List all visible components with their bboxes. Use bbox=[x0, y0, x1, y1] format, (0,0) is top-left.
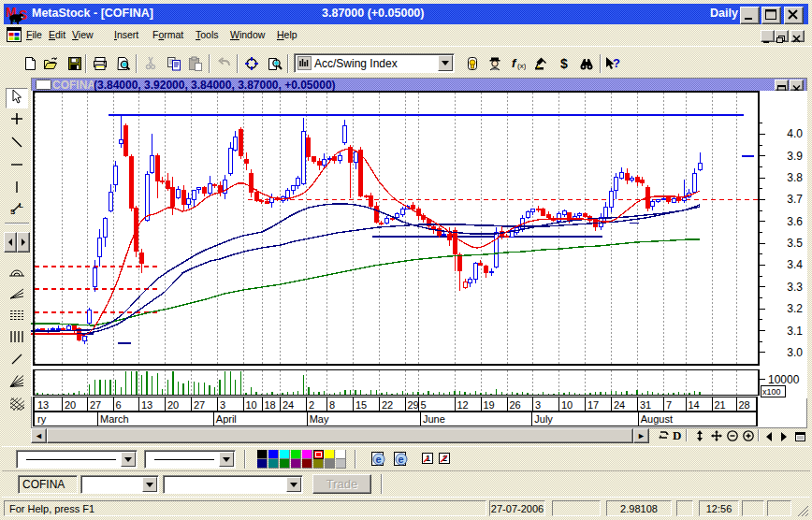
svg-text:(x): (x) bbox=[517, 62, 526, 70]
svg-text:$: $ bbox=[560, 56, 568, 71]
svg-text:3.0: 3.0 bbox=[787, 346, 803, 359]
svg-text:e: e bbox=[376, 454, 382, 465]
svg-text:4.0: 4.0 bbox=[787, 127, 803, 140]
svg-text:3.5: 3.5 bbox=[787, 237, 803, 250]
svg-text:3: 3 bbox=[220, 399, 225, 411]
svg-text:20: 20 bbox=[65, 399, 76, 411]
svg-text:13: 13 bbox=[141, 399, 152, 411]
svg-text:14: 14 bbox=[689, 399, 700, 411]
svg-text:27: 27 bbox=[90, 399, 101, 411]
svg-text:3.1: 3.1 bbox=[787, 325, 803, 338]
svg-text:L: L bbox=[19, 201, 23, 209]
svg-text:x100: x100 bbox=[762, 387, 781, 397]
svg-text:July: July bbox=[534, 413, 553, 425]
svg-text:3.6: 3.6 bbox=[787, 215, 803, 228]
svg-text:3.9: 3.9 bbox=[787, 150, 803, 163]
svg-text:May: May bbox=[310, 413, 329, 425]
svg-text:7: 7 bbox=[666, 399, 672, 411]
svg-text:March: March bbox=[100, 413, 129, 425]
svg-text:10: 10 bbox=[561, 399, 573, 411]
svg-text:24: 24 bbox=[283, 399, 294, 411]
svg-text:e: e bbox=[399, 454, 404, 465]
svg-text:3.8: 3.8 bbox=[787, 171, 803, 184]
svg-text:19: 19 bbox=[484, 399, 495, 411]
svg-text:24: 24 bbox=[614, 399, 625, 411]
svg-text:S: S bbox=[10, 208, 16, 215]
svg-text:3: 3 bbox=[535, 399, 541, 411]
svg-text:3.4: 3.4 bbox=[787, 258, 803, 271]
svg-text:21: 21 bbox=[715, 399, 726, 411]
svg-text:?: ? bbox=[613, 56, 620, 70]
svg-text:27: 27 bbox=[194, 399, 205, 411]
svg-text:6: 6 bbox=[116, 399, 122, 411]
svg-text:ry: ry bbox=[37, 413, 47, 425]
svg-text:13: 13 bbox=[37, 399, 49, 411]
svg-text:17: 17 bbox=[587, 399, 599, 411]
svg-text:28: 28 bbox=[739, 399, 750, 411]
svg-text:31: 31 bbox=[640, 399, 651, 411]
svg-text:3.2: 3.2 bbox=[787, 302, 803, 315]
svg-text:18: 18 bbox=[265, 399, 276, 411]
svg-text:15: 15 bbox=[355, 399, 367, 411]
svg-text:20: 20 bbox=[167, 399, 179, 411]
svg-text:5: 5 bbox=[421, 399, 427, 411]
svg-text:10000: 10000 bbox=[768, 373, 800, 386]
svg-text:29: 29 bbox=[408, 399, 419, 411]
svg-text:8: 8 bbox=[329, 399, 335, 411]
svg-text:3.7: 3.7 bbox=[787, 193, 803, 206]
svg-text:10: 10 bbox=[246, 399, 257, 411]
svg-text:April: April bbox=[216, 413, 237, 425]
svg-text:August: August bbox=[641, 413, 673, 425]
svg-text:3.3: 3.3 bbox=[787, 281, 803, 294]
svg-text:12: 12 bbox=[457, 399, 469, 411]
svg-text:June: June bbox=[423, 413, 445, 425]
svg-text:26: 26 bbox=[510, 399, 521, 411]
svg-text:2: 2 bbox=[309, 399, 314, 411]
svg-text:22: 22 bbox=[382, 399, 393, 411]
